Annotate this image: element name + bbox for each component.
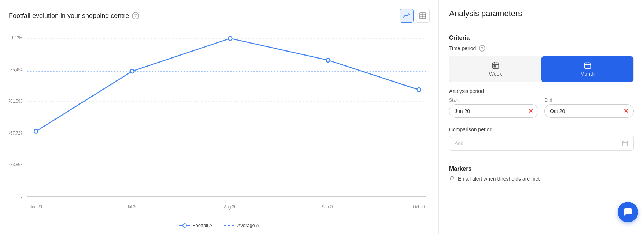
month-button[interactable]: Month xyxy=(541,56,633,82)
footfall-line xyxy=(36,38,419,131)
table-icon xyxy=(419,12,426,19)
comparison-section: Comparison period Add xyxy=(449,127,634,151)
chart-header: Footfall evolution in your shopping cent… xyxy=(9,9,430,23)
chart-svg-wrapper: 1.17M 935,454 701,590 467,727 233,863 0 … xyxy=(9,29,430,218)
end-label: End xyxy=(544,98,634,103)
line-chart-icon xyxy=(403,12,410,19)
time-period-help-icon[interactable]: ? xyxy=(479,45,485,52)
criteria-section: Criteria Time period ? Week xyxy=(449,35,634,82)
month-icon xyxy=(584,61,592,69)
footfall-legend-label: Footfall A xyxy=(193,223,212,228)
chart-title: Footfall evolution in your shopping cent… xyxy=(9,12,129,20)
email-alert-text: Email alert when thresholds are met xyxy=(458,176,540,182)
comparison-label: Comparison period xyxy=(449,127,634,132)
y-label-3: 701,590 xyxy=(9,99,23,104)
markers-section: Markers Email alert when thresholds are … xyxy=(449,166,634,182)
panel-divider-1 xyxy=(449,27,634,27)
dot-jun xyxy=(34,129,38,133)
week-button[interactable]: Week xyxy=(449,56,541,82)
dot-oct xyxy=(417,88,421,92)
fab-button[interactable] xyxy=(618,202,638,222)
period-toggle: Week Month xyxy=(449,56,634,82)
end-date-field: End Oct 20 ✕ xyxy=(544,98,634,118)
calendar-icon xyxy=(622,140,628,147)
analysis-period-label: Analysis period xyxy=(449,88,634,94)
svg-rect-8 xyxy=(494,66,495,67)
start-date-clear-icon[interactable]: ✕ xyxy=(528,107,533,114)
chart-container: 1.17M 935,454 701,590 467,727 233,863 0 … xyxy=(9,29,430,228)
week-icon xyxy=(492,61,500,69)
start-date-input[interactable]: Jun 20 ✕ xyxy=(449,104,538,118)
average-legend-label: Average A xyxy=(237,223,259,228)
x-label-4: Sep 20 xyxy=(322,205,334,210)
x-label-2: Jul 20 xyxy=(127,205,137,210)
svg-rect-9 xyxy=(584,63,591,69)
legend-footfall: Footfall A xyxy=(179,223,212,228)
start-date-value: Jun 20 xyxy=(455,108,470,114)
legend-average: Average A xyxy=(224,223,259,228)
chart-panel: Footfall evolution in your shopping cent… xyxy=(0,0,439,234)
criteria-label: Criteria xyxy=(449,35,634,41)
chart-view-button[interactable] xyxy=(400,9,414,23)
y-label-4: 467,727 xyxy=(9,131,23,135)
dot-sep xyxy=(326,58,330,62)
x-label-5: Oct 20 xyxy=(413,205,425,210)
start-date-field: Start Jun 20 ✕ xyxy=(449,98,538,118)
time-period-row: Time period ? xyxy=(449,45,634,52)
chart-toolbar xyxy=(400,9,430,23)
footfall-legend-line xyxy=(179,225,190,226)
table-view-button[interactable] xyxy=(416,9,430,23)
x-label-3: Aug 20 xyxy=(224,205,236,210)
email-alert-row: Email alert when thresholds are met xyxy=(449,176,634,182)
main-chart-svg: 1.17M 935,454 701,590 467,727 233,863 0 … xyxy=(9,29,430,218)
panel-title: Analysis parameters xyxy=(449,9,634,18)
analysis-panel: Analysis parameters Criteria Time period… xyxy=(439,0,644,234)
dot-aug xyxy=(228,37,232,41)
chart-legend: Footfall A Average A xyxy=(9,223,430,228)
date-range-row: Start Jun 20 ✕ End Oct 20 ✕ xyxy=(449,98,634,118)
end-date-value: Oct 20 xyxy=(550,108,565,114)
x-label-1: Jun 20 xyxy=(30,205,42,210)
bell-icon xyxy=(449,176,455,182)
y-label-1: 1.17M xyxy=(11,36,22,41)
y-label-6: 0 xyxy=(21,194,23,199)
average-legend-line xyxy=(224,225,234,226)
svg-rect-0 xyxy=(420,13,426,19)
comparison-add-placeholder: Add xyxy=(455,140,464,146)
markers-label: Markers xyxy=(449,166,634,172)
chart-help-icon[interactable]: ? xyxy=(132,12,139,19)
end-date-input[interactable]: Oct 20 ✕ xyxy=(544,104,634,118)
dot-jul xyxy=(130,69,134,73)
fab-icon xyxy=(623,208,632,216)
comparison-add-input[interactable]: Add xyxy=(449,136,634,151)
month-label: Month xyxy=(580,71,595,77)
panel-divider-2 xyxy=(449,158,634,158)
end-date-clear-icon[interactable]: ✕ xyxy=(623,107,628,114)
analysis-period-section: Analysis period Start Jun 20 ✕ End Oct 2… xyxy=(449,88,634,121)
week-label: Week xyxy=(489,71,502,77)
svg-rect-13 xyxy=(622,141,628,146)
svg-rect-4 xyxy=(492,63,499,69)
start-label: Start xyxy=(449,98,538,103)
y-label-5: 233,863 xyxy=(9,162,23,167)
y-label-2: 935,454 xyxy=(9,67,23,72)
time-period-label: Time period xyxy=(449,45,476,51)
chart-title-group: Footfall evolution in your shopping cent… xyxy=(9,12,139,20)
